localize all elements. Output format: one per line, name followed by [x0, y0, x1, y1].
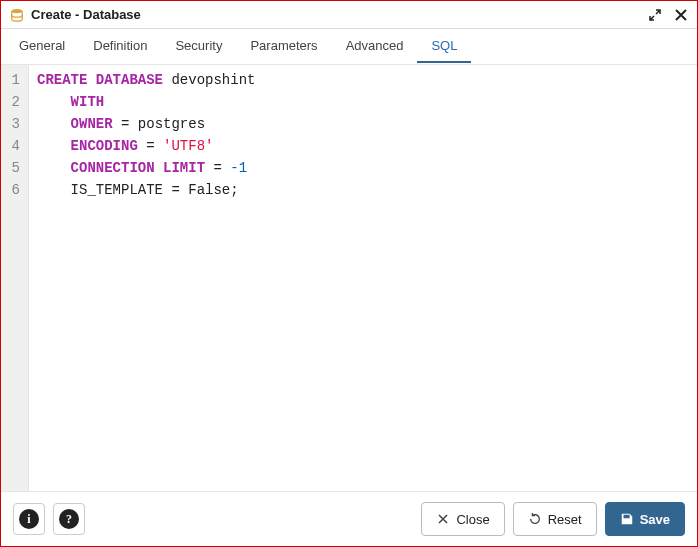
line-number: 1 — [11, 69, 20, 91]
line-gutter: 123456 — [1, 65, 29, 491]
close-button[interactable]: Close — [421, 502, 504, 536]
footer-bar: i ? Close Reset Save — [1, 491, 697, 546]
line-number: 4 — [11, 135, 20, 157]
tab-parameters[interactable]: Parameters — [236, 30, 331, 63]
tab-security[interactable]: Security — [161, 30, 236, 63]
close-label: Close — [456, 512, 489, 527]
help-icon: ? — [59, 509, 79, 529]
tab-definition[interactable]: Definition — [79, 30, 161, 63]
reset-button[interactable]: Reset — [513, 502, 597, 536]
tab-general[interactable]: General — [5, 30, 79, 63]
line-number: 3 — [11, 113, 20, 135]
code-line: WITH — [37, 91, 689, 113]
info-button[interactable]: i — [13, 503, 45, 535]
reset-label: Reset — [548, 512, 582, 527]
code-line: CREATE DATABASE devopshint — [37, 69, 689, 91]
tab-sql[interactable]: SQL — [417, 30, 471, 63]
line-number: 2 — [11, 91, 20, 113]
tab-bar: General Definition Security Parameters A… — [1, 29, 697, 65]
database-icon — [9, 7, 25, 23]
svg-point-0 — [12, 8, 23, 12]
line-number: 5 — [11, 157, 20, 179]
titlebar: Create - Database — [1, 1, 697, 29]
expand-icon[interactable] — [647, 7, 663, 23]
x-icon — [436, 512, 450, 526]
close-icon[interactable] — [673, 7, 689, 23]
code-line: ENCODING = 'UTF8' — [37, 135, 689, 157]
code-line: CONNECTION LIMIT = -1 — [37, 157, 689, 179]
line-number: 6 — [11, 179, 20, 201]
code-line: IS_TEMPLATE = False; — [37, 179, 689, 201]
sql-editor[interactable]: 123456 CREATE DATABASE devopshint WITH O… — [1, 65, 697, 491]
window-title: Create - Database — [31, 7, 647, 22]
code-line: OWNER = postgres — [37, 113, 689, 135]
reset-icon — [528, 512, 542, 526]
code-area[interactable]: CREATE DATABASE devopshint WITH OWNER = … — [29, 65, 697, 491]
save-label: Save — [640, 512, 670, 527]
save-icon — [620, 512, 634, 526]
info-icon: i — [19, 509, 39, 529]
window-controls — [647, 7, 689, 23]
save-button[interactable]: Save — [605, 502, 685, 536]
help-button[interactable]: ? — [53, 503, 85, 535]
tab-advanced[interactable]: Advanced — [332, 30, 418, 63]
